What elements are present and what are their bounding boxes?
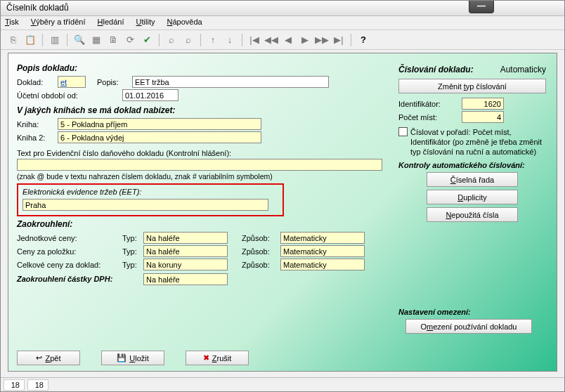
statusbar: 18 18 — [1, 377, 564, 391]
back-icon: ↩ — [36, 353, 42, 362]
tool-doc-icon[interactable]: 🗎 — [106, 33, 120, 47]
tool-search-icon[interactable]: 🔍 — [72, 33, 86, 47]
identif-field[interactable]: 1620 — [462, 98, 504, 110]
tool-last-icon[interactable]: ▶| — [332, 33, 346, 47]
obdobi-label: Účetní období od: — [17, 91, 122, 100]
tool-prevpage-icon[interactable]: ◀◀ — [264, 33, 278, 47]
cislovat-label: Číslovat v pořadí: Počet míst, Identifik… — [410, 127, 546, 157]
jedn-typ-field[interactable]: Na haléře — [143, 232, 228, 244]
jedn-zp-field[interactable]: Matematicky — [280, 232, 365, 244]
celk-typ-field[interactable]: Na koruny — [143, 259, 228, 270]
menubar: Tisk Výběry a třídění Hledání Utility Ná… — [1, 16, 564, 30]
jedn-label: Jednotkové ceny: — [17, 234, 122, 242]
evid-text-label: Text pro Evidenční číslo daňového doklad… — [17, 149, 231, 157]
tool-nextpage-icon[interactable]: ▶▶ — [315, 33, 329, 47]
doklad-field[interactable]: et — [58, 76, 86, 88]
evid-hint: (znak @ bude v textu nahrazen číslem dok… — [17, 172, 273, 181]
save-icon: 💾 — [117, 353, 126, 362]
tool-copy-icon[interactable]: ⎘ — [6, 33, 20, 47]
zp-label-1: Způsob: — [242, 234, 280, 242]
evid-text-field[interactable] — [17, 159, 382, 171]
menu-napoveda[interactable]: Nápověda — [167, 18, 202, 26]
knihy-heading: V jakých knihách se má doklad nabízet: — [17, 105, 396, 115]
dph-field[interactable]: Na haléře — [143, 273, 228, 285]
tool-refresh-icon[interactable]: ⟳ — [123, 33, 137, 47]
menu-vybery[interactable]: Výběry a třídění — [31, 18, 86, 26]
pocet-label: Počet míst: — [398, 113, 462, 122]
typ-label-1: Typ: — [122, 234, 143, 242]
tool-findnext-icon[interactable]: ⌕ — [181, 33, 195, 47]
menu-tisk[interactable]: Tisk — [5, 18, 19, 26]
menu-utility[interactable]: Utility — [136, 18, 155, 26]
toolbar: ⎘ 📋 ▥ 🔍 ▦ 🗎 ⟳ ✔ ⌕ ⌕ ↑ ↓ |◀ ◀◀ ◀ ▶ ▶▶ ▶| … — [1, 30, 564, 50]
pocet-field[interactable]: 4 — [462, 111, 504, 123]
popis-heading: Popis dokladu: — [17, 63, 396, 73]
typ-label-3: Typ: — [122, 261, 143, 269]
zmenit-typ-button[interactable]: Změnit typ číslování — [398, 79, 546, 93]
content-panel: Popis dokladu: Doklad: et Popis: EET trž… — [8, 53, 557, 372]
window-title: Číselník dokladů — [6, 3, 69, 13]
tool-paste-icon[interactable]: 📋 — [23, 33, 37, 47]
tool-find-icon[interactable]: ⌕ — [164, 33, 178, 47]
kniha-field[interactable]: 5 - Pokladna příjem — [58, 118, 261, 130]
tool-check-icon[interactable]: ✔ — [140, 33, 154, 47]
kniha-label: Kniha: — [17, 120, 58, 129]
minimize-button[interactable]: — — [469, 1, 494, 13]
eet-field[interactable]: Praha — [22, 199, 268, 211]
typ-label-2: Typ: — [122, 247, 143, 256]
ciselna-rada-button[interactable]: Číselná řada — [427, 172, 518, 187]
tool-help-icon[interactable]: ? — [356, 33, 370, 47]
titlebar: Číselník dokladů — — [1, 1, 564, 16]
window: Číselník dokladů — Tisk Výběry a třídění… — [0, 0, 565, 392]
tool-up-icon[interactable]: ↑ — [206, 33, 220, 47]
kontroly-heading: Kontroly automatického číslování: — [398, 161, 546, 169]
menu-hledani[interactable]: Hledání — [98, 18, 124, 26]
cislovat-checkbox[interactable] — [398, 127, 408, 136]
obdobi-field[interactable]: 01.01.2016 — [122, 89, 178, 101]
pol-zp-field[interactable]: Matematicky — [280, 245, 365, 257]
zaokr-heading: Zaokrouhlení: — [17, 219, 396, 229]
nepouzita-button[interactable]: Nepoužitá čísla — [427, 207, 518, 222]
duplicity-button[interactable]: Duplicity — [427, 190, 518, 204]
zp-label-3: Způsob: — [242, 261, 280, 269]
status-cell-a: 18 — [4, 379, 25, 391]
eet-heading: Elektronická evidence tržeb (EET): — [22, 188, 278, 196]
status-cell-b: 18 — [27, 379, 48, 391]
cislovani-mode: Automaticky — [500, 65, 546, 74]
doklad-label: Doklad: — [17, 78, 58, 86]
tool-grid-icon[interactable]: ▦ — [89, 33, 103, 47]
zp-label-2: Způsob: — [242, 247, 280, 256]
tool-chart-icon[interactable]: ▥ — [48, 33, 62, 47]
cislovani-heading: Číslování dokladu: — [398, 65, 500, 74]
kniha2-label: Kniha 2: — [17, 133, 58, 142]
tool-prev-icon[interactable]: ◀ — [281, 33, 295, 47]
cancel-icon: ✖ — [203, 353, 209, 362]
dph-heading: Zaokrouhlení částky DPH: — [17, 275, 143, 283]
pol-label: Ceny za položku: — [17, 247, 122, 256]
celk-label: Celkové ceny za doklad: — [17, 261, 122, 269]
omezeni-heading: Nastavení omezení: — [398, 308, 546, 316]
tool-first-icon[interactable]: |◀ — [247, 33, 261, 47]
celk-zp-field[interactable]: Matematicky — [280, 259, 365, 270]
zrusit-button[interactable]: ✖Zrušit — [186, 351, 249, 365]
popis-label: Popis: — [97, 78, 132, 86]
kniha2-field[interactable]: 6 - Pokladna výdej — [58, 131, 261, 143]
identif-label: Identifikátor: — [398, 100, 462, 108]
tool-next-icon[interactable]: ▶ — [298, 33, 312, 47]
popis-field[interactable]: EET tržba — [132, 76, 329, 88]
omezeni-button[interactable]: Omezení používání dokladu — [405, 319, 532, 334]
zpet-button[interactable]: ↩Zpět — [17, 351, 80, 365]
tool-down-icon[interactable]: ↓ — [223, 33, 237, 47]
eet-box: Elektronická evidence tržeb (EET): Praha — [17, 183, 284, 216]
ulozit-button[interactable]: 💾Uložit — [101, 351, 164, 365]
pol-typ-field[interactable]: Na haléře — [143, 245, 228, 257]
